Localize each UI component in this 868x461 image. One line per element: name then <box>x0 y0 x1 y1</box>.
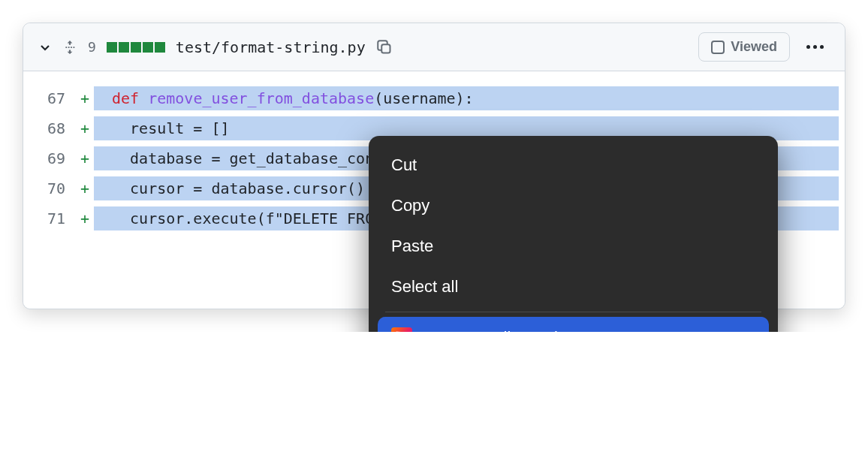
viewed-checkbox[interactable] <box>711 41 725 54</box>
svg-rect-0 <box>65 47 67 48</box>
line-content[interactable]: def remove_user_from_database(username): <box>94 86 839 110</box>
file-diff-panel: 9 test/format-string.py Viewed 67+def re… <box>23 23 845 309</box>
line-number: 67 <box>23 86 76 110</box>
expand-file-button[interactable] <box>62 40 77 55</box>
chevron-down-icon <box>39 41 51 53</box>
diff-marker: + <box>76 116 94 140</box>
diff-marker: + <box>76 146 94 170</box>
file-header: 9 test/format-string.py Viewed <box>23 23 845 71</box>
file-path[interactable]: test/format-string.py <box>176 38 366 56</box>
collapse-toggle[interactable] <box>38 41 52 54</box>
copy-path-button[interactable] <box>376 39 393 56</box>
svg-rect-2 <box>71 47 72 48</box>
viewed-toggle[interactable]: Viewed <box>698 32 790 62</box>
menu-copy[interactable]: Copy <box>378 185 769 226</box>
line-number: 70 <box>23 176 76 200</box>
line-number: 68 <box>23 116 76 140</box>
menu-create-codiga-snippet[interactable]: Create Codiga Snippet <box>378 317 769 332</box>
diff-marker: + <box>76 86 94 110</box>
expand-vertical-icon <box>63 41 77 54</box>
line-number: 71 <box>23 206 76 230</box>
menu-paste[interactable]: Paste <box>378 226 769 267</box>
diff-marker: + <box>76 206 94 230</box>
svg-rect-1 <box>68 47 70 48</box>
line-number: 69 <box>23 146 76 170</box>
viewed-label: Viewed <box>731 39 777 55</box>
svg-rect-3 <box>74 47 75 48</box>
diff-stat-bars <box>107 42 165 53</box>
code-line[interactable]: 67+def remove_user_from_database(usernam… <box>23 83 845 113</box>
context-menu: Cut Copy Paste Select all Create Codiga … <box>369 136 778 332</box>
codiga-icon <box>391 327 412 332</box>
copy-icon <box>377 40 392 55</box>
svg-rect-4 <box>381 44 390 53</box>
menu-select-all[interactable]: Select all <box>378 267 769 307</box>
diff-line-count: 9 <box>88 39 96 55</box>
menu-cut[interactable]: Cut <box>378 145 769 185</box>
diff-marker: + <box>76 176 94 200</box>
more-options-button[interactable] <box>800 45 830 49</box>
menu-divider <box>385 312 761 312</box>
